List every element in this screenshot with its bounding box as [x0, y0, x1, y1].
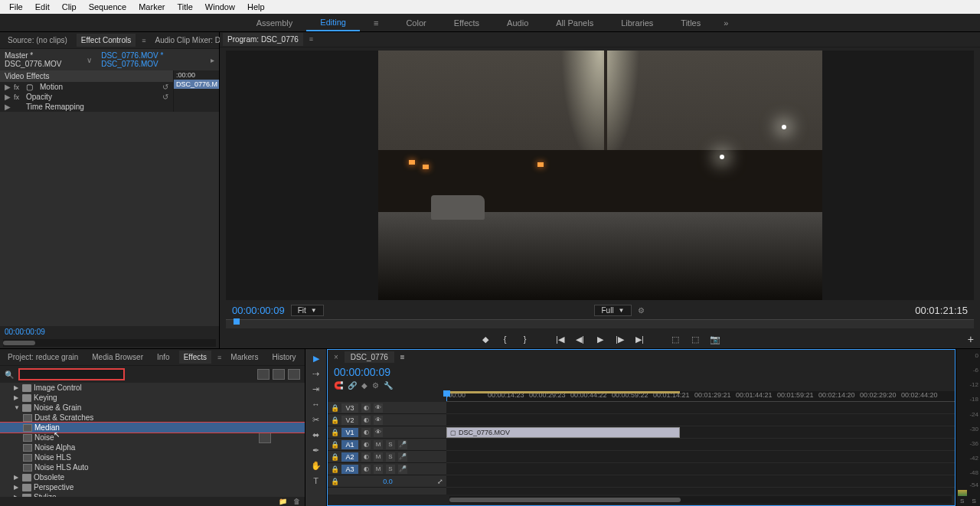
reset-icon[interactable]: ↺ — [162, 83, 168, 91]
program-playhead-bar[interactable] — [226, 319, 974, 328]
sync-lock-icon[interactable]: ◐ — [361, 403, 371, 413]
hand-tool[interactable]: ✋ — [309, 459, 323, 472]
track-select-tool[interactable]: ⇢ — [309, 367, 323, 380]
preset-32bit-icon[interactable] — [273, 369, 285, 380]
tab-project[interactable]: Project: reduce grain — [3, 351, 83, 364]
tab-menu-icon[interactable]: ≡ — [309, 35, 313, 43]
track-v3-lane[interactable] — [446, 402, 955, 414]
mute-button[interactable]: M — [374, 440, 383, 449]
track-a3-lane[interactable] — [446, 463, 955, 475]
tree-effect-median[interactable]: Median — [0, 423, 305, 433]
mark-in-button[interactable]: { — [498, 333, 512, 345]
snap-icon[interactable]: 🧲 — [334, 381, 343, 390]
tab-history[interactable]: History — [267, 351, 300, 364]
linked-selection-icon[interactable]: 🔗 — [348, 381, 357, 390]
tree-folder-noise-grain[interactable]: ▼ Noise & Grain — [0, 403, 305, 413]
workspace-color[interactable]: Color — [392, 15, 439, 31]
workspace-libraries[interactable]: Libraries — [607, 15, 667, 31]
workspace-effects[interactable]: Effects — [440, 15, 493, 31]
track-v1-header[interactable]: 🔒 V1 ◐ 👁 — [328, 426, 446, 439]
expand-arrow-icon[interactable]: ▶ — [5, 93, 11, 101]
tree-effect-noise[interactable]: Noise — [0, 433, 305, 442]
workspace-editing-menu-icon[interactable]: ≡ — [360, 15, 392, 31]
tab-source[interactable]: Source: (no clips) — [3, 34, 72, 47]
expand-arrow-icon[interactable]: ▶ — [5, 103, 11, 111]
workspace-overflow-icon[interactable]: » — [714, 15, 737, 31]
ripple-edit-tool[interactable]: ⇥ — [309, 383, 323, 395]
menu-marker[interactable]: Marker — [132, 1, 171, 13]
mark-out-button[interactable]: } — [518, 333, 532, 345]
track-label[interactable]: V2 — [341, 416, 358, 425]
expand-arrow-icon[interactable]: ▼ — [14, 404, 20, 411]
tab-menu-icon[interactable]: ≡ — [400, 353, 405, 361]
lock-icon[interactable]: 🔒 — [331, 478, 338, 485]
solo-button[interactable]: S — [386, 465, 395, 474]
step-forward-button[interactable]: |▶ — [613, 333, 627, 345]
effect-opacity-row[interactable]: ▶ fx Opacity ↺ — [0, 92, 173, 102]
workspace-assembly[interactable]: Assembly — [243, 15, 307, 31]
menu-edit[interactable]: Edit — [29, 1, 56, 13]
timeline-zoom-scrollbar[interactable] — [449, 496, 952, 504]
mute-button[interactable]: M — [374, 465, 383, 474]
lock-icon[interactable]: 🔒 — [331, 465, 338, 473]
workspace-allpanels[interactable]: All Panels — [542, 15, 607, 31]
new-bin-icon[interactable]: 📁 — [279, 498, 287, 505]
close-seq-icon[interactable]: × — [334, 353, 338, 361]
menu-help[interactable]: Help — [241, 1, 271, 13]
tab-program[interactable]: Program: DSC_0776 — [223, 33, 303, 46]
timeline-ruler[interactable]: :00:00 00:00:14:23 00:00:29:23 00:00:44:… — [446, 391, 955, 402]
tree-folder-obsolete[interactable]: ▶ Obsolete — [0, 472, 305, 482]
timeline-playhead[interactable] — [446, 391, 447, 401]
track-v1-lane[interactable]: ▢ DSC_0776.MOV — [446, 426, 955, 439]
collapse-arrow-icon[interactable]: ▶ — [14, 484, 20, 491]
extract-button[interactable]: ⬚ — [688, 333, 702, 345]
tree-folder-perspective[interactable]: ▶ Perspective — [0, 482, 305, 492]
track-v2-header[interactable]: 🔒 V2 ◐ 👁 — [328, 414, 446, 426]
lock-icon[interactable]: 🔒 — [331, 441, 338, 449]
sync-lock-icon[interactable]: ◐ — [361, 416, 371, 425]
preset-accelerated-icon[interactable] — [257, 369, 270, 380]
solo-indicator[interactable]: S — [972, 498, 976, 504]
track-v2-lane[interactable] — [446, 414, 955, 426]
lock-icon[interactable]: 🔒 — [331, 416, 338, 424]
tab-info[interactable]: Info — [152, 351, 175, 364]
expand-arrow-icon[interactable]: ▶ — [5, 83, 11, 91]
tree-effect-noise-hls[interactable]: Noise HLS — [0, 452, 305, 462]
eye-icon[interactable]: 👁 — [374, 403, 383, 413]
zoom-scroll-thumb[interactable] — [449, 498, 681, 502]
delete-icon[interactable]: 🗑 — [293, 498, 300, 505]
go-to-out-button[interactable]: ▶| — [633, 333, 647, 345]
export-frame-button[interactable]: 📷 — [708, 333, 722, 345]
work-area-bar[interactable] — [446, 391, 680, 393]
solo-button[interactable]: S — [386, 440, 395, 449]
track-a2-header[interactable]: 🔒 A2 ◐ M S 🎤 — [328, 451, 446, 463]
fx-badge-icon[interactable]: fx — [14, 83, 23, 91]
solo-indicator[interactable]: S — [960, 498, 964, 504]
ec-scrollbar[interactable] — [3, 339, 216, 347]
lock-icon[interactable]: 🔒 — [331, 404, 338, 412]
track-content-area[interactable]: ▢ DSC_0776.MOV — [446, 402, 955, 495]
sequence-tab[interactable]: DSC_0776 — [345, 351, 394, 363]
menu-sequence[interactable]: Sequence — [83, 1, 133, 13]
tab-effect-controls[interactable]: Effect Controls — [77, 34, 136, 47]
tree-effect-noise-alpha[interactable]: Noise Alpha — [0, 442, 305, 452]
fx-badge-icon[interactable]: fx — [14, 93, 23, 101]
voiceover-icon[interactable]: 🎤 — [398, 440, 407, 449]
zoom-fit-dropdown[interactable]: Fit▼ — [291, 305, 324, 316]
track-label[interactable]: A2 — [341, 452, 358, 462]
tree-folder-stylize[interactable]: ▶ Stylize — [0, 492, 305, 497]
menu-clip[interactable]: Clip — [56, 1, 83, 13]
workspace-titles[interactable]: Titles — [667, 15, 714, 31]
eye-icon[interactable]: 👁 — [374, 416, 383, 425]
program-monitor[interactable] — [226, 51, 974, 300]
header-arrow-icon[interactable]: ▸ — [211, 56, 214, 64]
step-back-button[interactable]: ◀| — [573, 333, 587, 345]
master-track-header[interactable]: 🔒 0.0 ⤢ — [328, 475, 446, 488]
go-to-in-button[interactable]: |◀ — [554, 333, 567, 345]
tab-markers[interactable]: Markers — [226, 351, 263, 364]
lock-icon[interactable]: 🔒 — [331, 453, 338, 461]
track-label[interactable]: V1 — [341, 428, 358, 437]
tab-effects[interactable]: Effects — [179, 351, 211, 364]
pen-tool[interactable]: ✒ — [309, 444, 323, 456]
slip-tool[interactable]: ⬌ — [309, 429, 323, 441]
